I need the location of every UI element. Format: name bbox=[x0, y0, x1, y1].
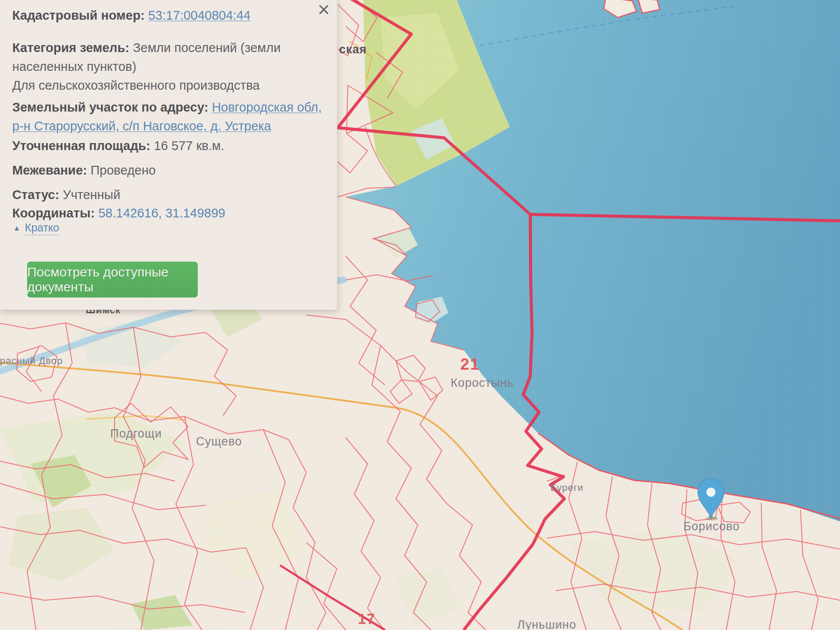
coordinates-row: Координаты: 58.142616, 31.149899 bbox=[12, 204, 325, 223]
survey-row: Межевание: Проведено bbox=[12, 161, 325, 180]
survey-value: Проведено bbox=[91, 163, 156, 177]
coordinates-label: Координаты: bbox=[12, 206, 95, 220]
cadastral-number-label: Кадастровый номер: bbox=[12, 8, 145, 22]
map-label-lunshino: Луньшино bbox=[517, 618, 576, 630]
view-documents-button[interactable]: Посмотреть доступные документы bbox=[27, 262, 198, 298]
area-value: 16 577 кв.м. bbox=[154, 139, 224, 153]
land-usage-value: Для сельскохозяйственного производства bbox=[12, 78, 260, 92]
map-label-krasny-dvor: Красный Двор bbox=[0, 355, 63, 366]
map-label-buregi: Буреги bbox=[550, 482, 584, 493]
parcel-info-popup: × Кадастровый номер: 53:17:0040804:44 Ка… bbox=[0, 0, 337, 310]
status-label: Статус: bbox=[12, 188, 59, 202]
status-row: Статус: Учтенный bbox=[12, 186, 325, 204]
land-category-label: Категория земель: bbox=[12, 41, 130, 55]
status-value: Учтенный bbox=[63, 188, 120, 202]
cadastral-number-row: Кадастровый номер: 53:17:0040804:44 bbox=[12, 6, 325, 25]
map-label-district-21: 21 bbox=[460, 355, 480, 373]
collapse-link-label: Кратко bbox=[25, 221, 59, 235]
cadastral-map-app: ская Шимск Красный Двор Подгощи Сущево 2… bbox=[0, 0, 840, 630]
survey-label: Межевание: bbox=[12, 163, 87, 177]
area-row: Уточненная площадь: 16 577 кв.м. bbox=[12, 136, 325, 155]
address-row: Земельный участок по адресу: Новгородска… bbox=[12, 98, 325, 136]
address-label: Земельный участок по адресу: bbox=[12, 100, 208, 114]
map-label-district-17: 17 bbox=[358, 611, 376, 627]
cadastral-number-link[interactable]: 53:17:0040804:44 bbox=[148, 8, 251, 22]
map-label-podgoshchi: Подгощи bbox=[110, 427, 162, 440]
map-label-borisovo: Борисово bbox=[683, 520, 740, 533]
triangle-up-icon: ▲ bbox=[13, 224, 21, 233]
land-category-row: Категория земель: Земли поселений (земли… bbox=[12, 38, 325, 95]
map-label-cut-settlement: ская bbox=[339, 43, 367, 56]
collapse-link[interactable]: ▲Кратко bbox=[13, 221, 59, 234]
coordinates-value: 58.142616, 31.149899 bbox=[98, 206, 225, 220]
area-label: Уточненная площадь: bbox=[12, 139, 150, 153]
map-label-sushchevo: Сущево bbox=[196, 435, 242, 448]
map-label-korostyn: Коростынь bbox=[451, 376, 514, 389]
